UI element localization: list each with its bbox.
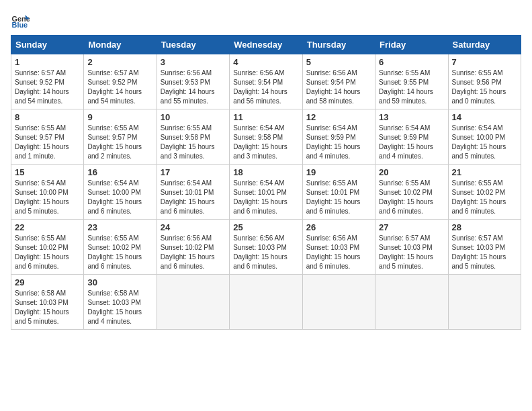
day-info: Sunrise: 6:55 AM Sunset: 9:57 PM Dayligh… <box>15 124 80 161</box>
day-info: Sunrise: 6:55 AM Sunset: 9:55 PM Dayligh… <box>379 68 444 106</box>
day-number: 26 <box>306 222 371 232</box>
day-number: 5 <box>306 57 371 67</box>
day-info: Sunrise: 6:56 AM Sunset: 10:03 PM Daylig… <box>306 234 371 271</box>
weekday-header: Friday <box>375 36 448 54</box>
calendar-cell: 28 Sunrise: 6:57 AM Sunset: 10:03 PM Day… <box>448 220 521 275</box>
calendar-cell: 4 Sunrise: 6:56 AM Sunset: 9:54 PM Dayli… <box>230 54 302 109</box>
day-number: 28 <box>452 222 517 232</box>
day-info: Sunrise: 6:57 AM Sunset: 10:03 PM Daylig… <box>452 234 517 271</box>
day-info: Sunrise: 6:58 AM Sunset: 10:03 PM Daylig… <box>87 289 152 326</box>
weekday-header: Tuesday <box>157 36 229 54</box>
day-info: Sunrise: 6:55 AM Sunset: 9:56 PM Dayligh… <box>452 68 517 106</box>
calendar-cell <box>375 275 448 330</box>
day-number: 16 <box>87 167 152 177</box>
calendar-cell <box>157 275 229 330</box>
day-info: Sunrise: 6:54 AM Sunset: 10:01 PM Daylig… <box>161 179 226 216</box>
calendar-cell: 3 Sunrise: 6:56 AM Sunset: 9:53 PM Dayli… <box>157 54 229 109</box>
logo: General Blue <box>11 11 32 30</box>
calendar-cell: 30 Sunrise: 6:58 AM Sunset: 10:03 PM Day… <box>84 275 157 330</box>
calendar-cell: 5 Sunrise: 6:56 AM Sunset: 9:54 PM Dayli… <box>302 54 375 109</box>
day-number: 21 <box>452 167 517 177</box>
day-number: 2 <box>87 57 152 67</box>
day-info: Sunrise: 6:55 AM Sunset: 10:02 PM Daylig… <box>452 179 517 216</box>
day-number: 7 <box>452 57 517 67</box>
day-info: Sunrise: 6:57 AM Sunset: 9:52 PM Dayligh… <box>87 68 152 106</box>
day-number: 23 <box>87 222 152 232</box>
calendar-cell: 25 Sunrise: 6:56 AM Sunset: 10:03 PM Day… <box>230 220 302 275</box>
day-number: 15 <box>15 167 80 177</box>
day-info: Sunrise: 6:56 AM Sunset: 9:54 PM Dayligh… <box>306 68 371 106</box>
calendar-cell: 27 Sunrise: 6:57 AM Sunset: 10:03 PM Day… <box>375 220 448 275</box>
day-number: 17 <box>161 167 226 177</box>
day-info: Sunrise: 6:56 AM Sunset: 9:53 PM Dayligh… <box>161 68 226 106</box>
calendar-cell: 13 Sunrise: 6:54 AM Sunset: 9:59 PM Dayl… <box>375 109 448 165</box>
day-number: 22 <box>15 222 80 232</box>
day-info: Sunrise: 6:57 AM Sunset: 9:52 PM Dayligh… <box>15 68 80 106</box>
day-info: Sunrise: 6:56 AM Sunset: 10:03 PM Daylig… <box>233 234 298 271</box>
calendar-cell <box>230 275 302 330</box>
day-number: 14 <box>452 112 517 122</box>
calendar-cell: 21 Sunrise: 6:55 AM Sunset: 10:02 PM Day… <box>448 165 521 220</box>
calendar-cell: 23 Sunrise: 6:55 AM Sunset: 10:02 PM Day… <box>84 220 157 275</box>
day-number: 1 <box>15 57 80 67</box>
calendar-cell: 7 Sunrise: 6:55 AM Sunset: 9:56 PM Dayli… <box>448 54 521 109</box>
calendar-cell: 6 Sunrise: 6:55 AM Sunset: 9:55 PM Dayli… <box>375 54 448 109</box>
day-number: 10 <box>161 112 226 122</box>
day-info: Sunrise: 6:57 AM Sunset: 10:03 PM Daylig… <box>379 234 444 271</box>
calendar-cell <box>302 275 375 330</box>
day-number: 18 <box>233 167 298 177</box>
svg-text:Blue: Blue <box>12 21 28 29</box>
page-header: General Blue <box>11 11 521 30</box>
calendar-cell: 1 Sunrise: 6:57 AM Sunset: 9:52 PM Dayli… <box>11 54 84 109</box>
day-info: Sunrise: 6:58 AM Sunset: 10:03 PM Daylig… <box>15 289 80 326</box>
day-number: 9 <box>87 112 152 122</box>
calendar-cell: 19 Sunrise: 6:55 AM Sunset: 10:01 PM Day… <box>302 165 375 220</box>
day-number: 6 <box>379 57 444 67</box>
calendar-cell: 11 Sunrise: 6:54 AM Sunset: 9:58 PM Dayl… <box>230 109 302 165</box>
day-info: Sunrise: 6:55 AM Sunset: 9:57 PM Dayligh… <box>87 124 152 161</box>
weekday-header: Monday <box>84 36 157 54</box>
day-number: 30 <box>87 277 152 287</box>
logo-icon: General Blue <box>11 11 30 30</box>
day-number: 24 <box>161 222 226 232</box>
day-info: Sunrise: 6:54 AM Sunset: 9:59 PM Dayligh… <box>306 124 371 161</box>
calendar-cell <box>448 275 521 330</box>
day-number: 27 <box>379 222 444 232</box>
day-info: Sunrise: 6:54 AM Sunset: 10:01 PM Daylig… <box>233 179 298 216</box>
day-number: 25 <box>233 222 298 232</box>
day-number: 13 <box>379 112 444 122</box>
weekday-header: Sunday <box>11 36 84 54</box>
calendar-cell: 20 Sunrise: 6:55 AM Sunset: 10:02 PM Day… <box>375 165 448 220</box>
calendar-cell: 16 Sunrise: 6:54 AM Sunset: 10:00 PM Day… <box>84 165 157 220</box>
calendar-cell: 8 Sunrise: 6:55 AM Sunset: 9:57 PM Dayli… <box>11 109 84 165</box>
calendar-cell: 22 Sunrise: 6:55 AM Sunset: 10:02 PM Day… <box>11 220 84 275</box>
calendar-cell: 10 Sunrise: 6:55 AM Sunset: 9:58 PM Dayl… <box>157 109 229 165</box>
day-info: Sunrise: 6:55 AM Sunset: 10:01 PM Daylig… <box>306 179 371 216</box>
day-info: Sunrise: 6:55 AM Sunset: 9:58 PM Dayligh… <box>161 124 226 161</box>
calendar-cell: 17 Sunrise: 6:54 AM Sunset: 10:01 PM Day… <box>157 165 229 220</box>
day-number: 12 <box>306 112 371 122</box>
calendar-cell: 14 Sunrise: 6:54 AM Sunset: 10:00 PM Day… <box>448 109 521 165</box>
calendar-cell: 12 Sunrise: 6:54 AM Sunset: 9:59 PM Dayl… <box>302 109 375 165</box>
day-number: 4 <box>233 57 298 67</box>
day-number: 29 <box>15 277 80 287</box>
calendar-cell: 26 Sunrise: 6:56 AM Sunset: 10:03 PM Day… <box>302 220 375 275</box>
day-info: Sunrise: 6:54 AM Sunset: 9:59 PM Dayligh… <box>379 124 444 161</box>
day-info: Sunrise: 6:54 AM Sunset: 9:58 PM Dayligh… <box>233 124 298 161</box>
day-number: 11 <box>233 112 298 122</box>
day-info: Sunrise: 6:55 AM Sunset: 10:02 PM Daylig… <box>87 234 152 271</box>
day-info: Sunrise: 6:56 AM Sunset: 9:54 PM Dayligh… <box>233 68 298 106</box>
day-number: 8 <box>15 112 80 122</box>
calendar-cell: 15 Sunrise: 6:54 AM Sunset: 10:00 PM Day… <box>11 165 84 220</box>
day-number: 20 <box>379 167 444 177</box>
calendar-cell: 24 Sunrise: 6:56 AM Sunset: 10:02 PM Day… <box>157 220 229 275</box>
calendar-cell: 29 Sunrise: 6:58 AM Sunset: 10:03 PM Day… <box>11 275 84 330</box>
calendar-cell: 2 Sunrise: 6:57 AM Sunset: 9:52 PM Dayli… <box>84 54 157 109</box>
day-info: Sunrise: 6:55 AM Sunset: 10:02 PM Daylig… <box>379 179 444 216</box>
day-number: 3 <box>161 57 226 67</box>
weekday-header: Saturday <box>448 36 521 54</box>
day-info: Sunrise: 6:55 AM Sunset: 10:02 PM Daylig… <box>15 234 80 271</box>
calendar-cell: 9 Sunrise: 6:55 AM Sunset: 9:57 PM Dayli… <box>84 109 157 165</box>
calendar-cell: 18 Sunrise: 6:54 AM Sunset: 10:01 PM Day… <box>230 165 302 220</box>
day-info: Sunrise: 6:54 AM Sunset: 10:00 PM Daylig… <box>452 124 517 161</box>
